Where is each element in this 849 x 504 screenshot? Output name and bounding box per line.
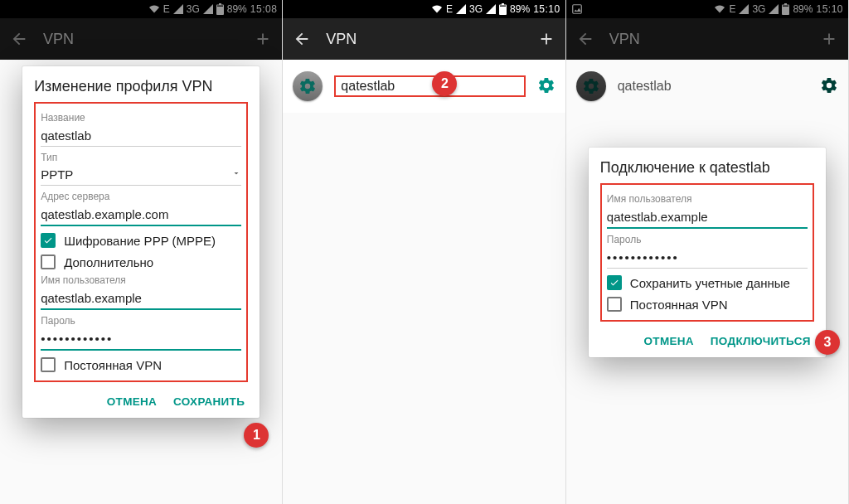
svg-rect-1 <box>219 3 221 5</box>
server-label: Адрес сервера <box>41 191 241 202</box>
network-label: 3G <box>187 3 200 15</box>
appbar-title: VPN <box>43 31 239 48</box>
always-on-checkbox[interactable]: Постоянная VPN <box>607 297 808 312</box>
ppp-checkbox[interactable]: Шифрование PPP (MPPE) <box>41 233 241 248</box>
gear-icon <box>820 76 838 94</box>
status-bar: E 3G 89% 15:10 <box>566 0 848 18</box>
always-on-label: Постоянная VPN <box>630 298 728 312</box>
password-input[interactable] <box>607 245 808 269</box>
username-label: Имя пользователя <box>41 274 241 286</box>
appbar-title: VPN <box>609 31 805 48</box>
cancel-button[interactable]: ОТМЕНА <box>644 335 694 347</box>
signal-icon <box>739 4 749 14</box>
chevron-down-icon <box>231 167 241 182</box>
svg-rect-5 <box>500 6 506 7</box>
vpn-icon <box>293 71 323 101</box>
ppp-label: Шифрование PPP (MPPE) <box>64 234 216 248</box>
add-button[interactable] <box>254 30 272 48</box>
battery-icon <box>782 3 789 15</box>
remember-checkbox[interactable]: Сохранить учетные данные <box>607 275 808 290</box>
battery-pct: 89% <box>227 3 247 15</box>
battery-icon <box>499 3 507 15</box>
back-button[interactable] <box>576 30 594 48</box>
password-input[interactable] <box>41 327 241 351</box>
signal-icon-2 <box>203 4 213 14</box>
dialog-actions: ОТМЕНА ПОДКЛЮЧИТЬСЯ <box>600 327 814 351</box>
username-input[interactable] <box>607 205 808 229</box>
dialog-title: Подключение к qatestlab <box>600 159 814 177</box>
type-value: PPTP <box>41 167 73 182</box>
vpn-item-name: qatestlab <box>334 75 525 97</box>
clock: 15:08 <box>250 3 278 15</box>
wifi-icon <box>431 4 443 14</box>
clock: 15:10 <box>816 3 843 15</box>
name-label: Название <box>41 112 241 124</box>
screenshot-2: E 3G 89% 15:10 VPN qatestlab <box>283 0 565 504</box>
network-label: 3G <box>469 3 483 15</box>
network-type: E <box>729 3 735 15</box>
advanced-label: Дополнительно <box>64 255 153 269</box>
svg-rect-2 <box>217 6 223 7</box>
dialog-title: Изменение профиля VPN <box>34 78 248 95</box>
connect-dialog: Подключение к qatestlab Имя пользователя… <box>589 148 826 357</box>
appbar-title: VPN <box>326 31 522 48</box>
network-type: E <box>446 3 453 15</box>
advanced-checkbox[interactable]: Дополнительно <box>41 254 241 269</box>
vpn-list-item[interactable]: qatestlab <box>283 60 565 113</box>
checkbox-off-icon <box>41 254 56 269</box>
network-type: E <box>163 3 170 15</box>
battery-icon <box>216 3 224 15</box>
vpn-list-item[interactable]: qatestlab <box>566 60 848 113</box>
battery-pct: 89% <box>510 3 530 15</box>
form-highlight: Имя пользователя Пароль Сохранить учетны… <box>600 183 814 322</box>
svg-rect-8 <box>784 3 787 5</box>
password-label: Пароль <box>41 315 241 327</box>
always-on-label: Постоянная VPN <box>64 358 162 372</box>
cancel-button[interactable]: ОТМЕНА <box>107 395 157 408</box>
always-on-checkbox[interactable]: Постоянная VPN <box>41 357 241 372</box>
checkbox-off-icon <box>607 297 622 312</box>
add-button[interactable] <box>820 30 838 48</box>
picture-icon <box>571 3 583 15</box>
vpn-item-settings-button[interactable] <box>537 76 555 97</box>
wifi-icon <box>148 4 160 14</box>
name-input[interactable] <box>41 124 241 147</box>
svg-rect-4 <box>502 3 504 5</box>
gear-icon <box>537 76 555 94</box>
server-input[interactable] <box>41 202 241 226</box>
back-button[interactable] <box>293 30 311 48</box>
signal-icon-2 <box>769 4 779 14</box>
app-bar: VPN <box>566 18 848 60</box>
wifi-icon <box>714 4 725 14</box>
svg-rect-9 <box>783 6 788 7</box>
save-button[interactable]: СОХРАНИТЬ <box>173 395 245 408</box>
status-bar: E 3G 89% 15:10 <box>283 0 565 18</box>
type-label: Тип <box>41 152 241 163</box>
type-select[interactable]: PPTP <box>41 163 241 186</box>
signal-icon <box>456 4 466 14</box>
checkbox-on-icon <box>607 275 622 290</box>
dialog-actions: ОТМЕНА СОХРАНИТЬ <box>34 387 248 411</box>
vpn-icon <box>576 71 606 101</box>
signal-icon-2 <box>486 4 496 14</box>
password-label: Пароль <box>607 234 808 245</box>
battery-pct: 89% <box>793 3 813 15</box>
form-highlight: Название Тип PPTP Адрес сервера Шифрован… <box>34 102 248 382</box>
username-label: Имя пользователя <box>607 193 808 205</box>
status-bar: E 3G 89% 15:08 <box>0 0 282 18</box>
edit-vpn-dialog: Изменение профиля VPN Название Тип PPTP … <box>22 66 260 418</box>
back-button[interactable] <box>10 30 28 48</box>
screenshot-1: E 3G 89% 15:08 VPN Изменение профиля VPN… <box>0 0 283 504</box>
username-input[interactable] <box>41 286 241 310</box>
connect-button[interactable]: ПОДКЛЮЧИТЬСЯ <box>711 335 811 347</box>
add-button[interactable] <box>537 30 555 48</box>
vpn-item-settings-button[interactable] <box>820 76 838 97</box>
signal-icon <box>173 4 183 14</box>
clock: 15:10 <box>533 3 560 15</box>
screenshot-3: E 3G 89% 15:10 VPN qatestlab <box>566 0 849 504</box>
app-bar: VPN <box>283 18 565 60</box>
step-badge-3: 3 <box>815 330 840 355</box>
app-bar: VPN <box>0 18 282 60</box>
checkbox-on-icon <box>41 233 56 248</box>
vpn-item-name: qatestlab <box>618 79 808 94</box>
